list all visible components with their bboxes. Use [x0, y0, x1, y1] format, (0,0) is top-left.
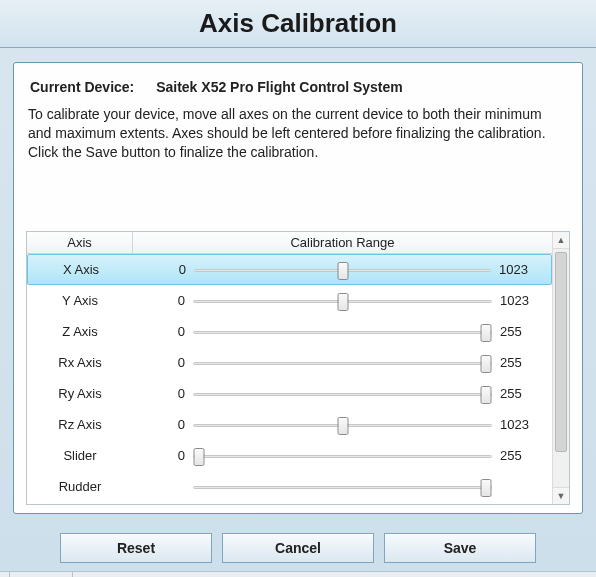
scrollbar-vertical[interactable]: ▲ ▼: [552, 232, 569, 504]
scroll-thumb[interactable]: [555, 252, 567, 452]
axis-name: Rx Axis: [27, 355, 133, 370]
axis-row[interactable]: Rudder: [27, 471, 552, 502]
taskbar: [0, 571, 596, 577]
grid-header: Axis Calibration Range: [27, 232, 552, 254]
slider-track: [193, 362, 492, 365]
axis-max: 255: [492, 448, 552, 463]
axis-min: 0: [133, 293, 193, 308]
axis-row[interactable]: Slider0255: [27, 440, 552, 471]
axis-row[interactable]: Rz Axis01023: [27, 409, 552, 440]
axis-max: 255: [492, 355, 552, 370]
axis-slider[interactable]: [194, 260, 491, 280]
axis-name: Slider: [27, 448, 133, 463]
axis-grid: Axis Calibration Range X Axis01023Y Axis…: [26, 231, 570, 505]
axis-slider[interactable]: [193, 322, 492, 342]
slider-track: [193, 455, 492, 458]
axis-row[interactable]: Z Axis0255: [27, 316, 552, 347]
axis-row[interactable]: X Axis01023: [27, 254, 552, 285]
axis-min: 0: [133, 355, 193, 370]
axis-min: 0: [133, 448, 193, 463]
axis-name: Rudder: [27, 479, 133, 494]
title-bar: Axis Calibration: [0, 0, 596, 48]
device-row: Current Device: Saitek X52 Pro Flight Co…: [30, 79, 566, 95]
button-row: Reset Cancel Save: [0, 533, 596, 563]
slider-track: [193, 486, 492, 489]
axis-name: Y Axis: [27, 293, 133, 308]
device-name: Saitek X52 Pro Flight Control System: [156, 79, 403, 95]
scroll-down-icon[interactable]: ▼: [553, 487, 569, 504]
slider-track: [193, 393, 492, 396]
instructions-text: To calibrate your device, move all axes …: [28, 105, 568, 162]
reset-button[interactable]: Reset: [60, 533, 212, 563]
axis-slider[interactable]: [193, 384, 492, 404]
axis-name: Z Axis: [27, 324, 133, 339]
axis-max: 255: [492, 324, 552, 339]
slider-thumb[interactable]: [481, 355, 492, 373]
axis-min: 0: [133, 386, 193, 401]
axis-row[interactable]: Rx Axis0255: [27, 347, 552, 378]
slider-thumb[interactable]: [337, 417, 348, 435]
cancel-button[interactable]: Cancel: [222, 533, 374, 563]
axis-row[interactable]: Ry Axis0255: [27, 378, 552, 409]
axis-slider[interactable]: [193, 291, 492, 311]
axis-name: X Axis: [28, 262, 134, 277]
slider-thumb[interactable]: [481, 386, 492, 404]
header-range: Calibration Range: [133, 232, 552, 253]
axis-min: 0: [134, 262, 194, 277]
axis-row[interactable]: Throttle: [27, 502, 552, 504]
calibration-panel: Current Device: Saitek X52 Pro Flight Co…: [13, 62, 583, 514]
axis-max: 255: [492, 386, 552, 401]
slider-thumb[interactable]: [337, 262, 348, 280]
scroll-up-icon[interactable]: ▲: [553, 232, 569, 249]
axis-name: Ry Axis: [27, 386, 133, 401]
axis-min: 0: [133, 324, 193, 339]
axis-max: 1023: [492, 293, 552, 308]
axis-max: 1023: [492, 417, 552, 432]
axis-name: Rz Axis: [27, 417, 133, 432]
slider-thumb[interactable]: [481, 479, 492, 497]
axis-slider[interactable]: [193, 353, 492, 373]
slider-thumb[interactable]: [193, 448, 204, 466]
axis-min: 0: [133, 417, 193, 432]
axis-slider[interactable]: [193, 446, 492, 466]
page-title: Axis Calibration: [199, 8, 397, 39]
axis-row[interactable]: Y Axis01023: [27, 285, 552, 316]
axis-slider[interactable]: [193, 415, 492, 435]
device-label: Current Device:: [30, 79, 134, 95]
slider-thumb[interactable]: [337, 293, 348, 311]
header-axis: Axis: [27, 232, 133, 253]
save-button[interactable]: Save: [384, 533, 536, 563]
slider-thumb[interactable]: [481, 324, 492, 342]
axis-max: 1023: [491, 262, 551, 277]
axis-slider[interactable]: [193, 477, 492, 497]
slider-track: [193, 331, 492, 334]
